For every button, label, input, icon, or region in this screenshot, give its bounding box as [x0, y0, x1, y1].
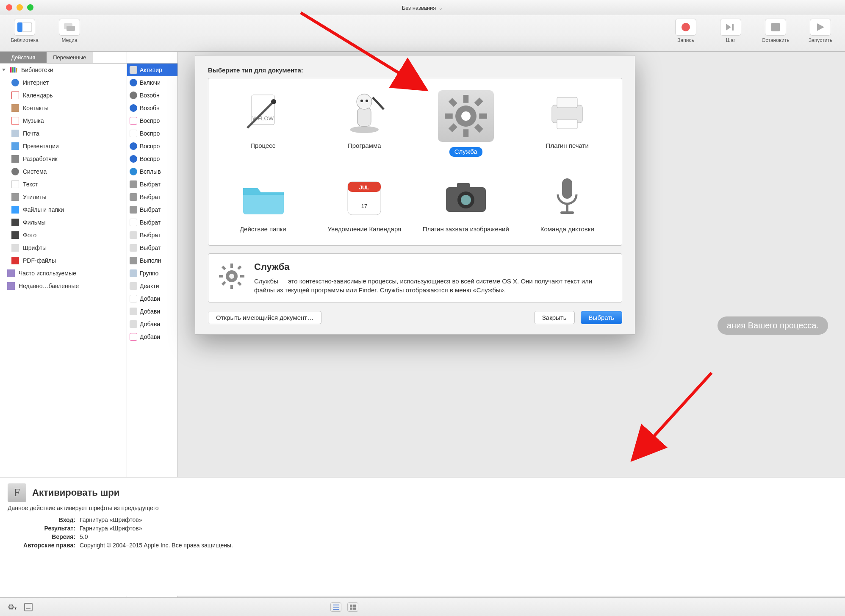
info-description: Данное действие активирует шрифты из пре…	[0, 505, 845, 511]
library-item[interactable]: Фильмы	[0, 216, 127, 229]
action-row[interactable]: Добави	[127, 318, 177, 330]
library-item[interactable]: Разработчик	[0, 153, 127, 165]
svg-marker-4	[726, 24, 731, 31]
library-smart-item[interactable]: Часто используемые	[0, 267, 127, 280]
library-item[interactable]: Фото	[0, 229, 127, 241]
footer-bar: ⚙︎▾	[0, 597, 845, 616]
library-item[interactable]: PDF-файлы	[0, 254, 127, 267]
library-item[interactable]: Почта	[0, 127, 127, 140]
library-smart-item[interactable]: Недавно…бавленные	[0, 280, 127, 292]
action-row[interactable]: Активир	[127, 64, 177, 76]
library-item[interactable]: Шрифты	[0, 241, 127, 254]
svg-rect-17	[350, 608, 352, 610]
zoom-window-icon[interactable]	[27, 4, 33, 11]
run-button[interactable]: Запустить	[802, 19, 839, 43]
canvas-hint: ания Вашего процесса.	[718, 316, 828, 335]
action-row[interactable]: Возобн	[127, 89, 177, 102]
svg-point-30	[461, 111, 471, 121]
action-row[interactable]: Воспро	[127, 127, 177, 140]
svg-rect-8	[10, 67, 12, 73]
library-item[interactable]: Интернет	[0, 76, 127, 89]
action-row[interactable]: Выбрат	[127, 216, 177, 229]
open-existing-button[interactable]: Открыть имеющийся документ…	[208, 311, 321, 324]
svg-rect-57	[219, 275, 223, 277]
close-window-icon[interactable]	[6, 4, 12, 11]
step-icon	[720, 19, 741, 36]
tab-actions[interactable]: Действия	[0, 52, 47, 64]
action-row[interactable]: Выбрат	[127, 178, 177, 191]
library-item[interactable]: Презентации	[0, 140, 127, 153]
svg-rect-52	[560, 211, 574, 214]
stop-icon	[765, 19, 786, 36]
svg-point-25	[357, 94, 372, 109]
chevron-down-icon[interactable]: ⌄	[438, 5, 443, 11]
type-dictation[interactable]: Команда диктовки	[519, 171, 616, 236]
window-title: Без названия⌄	[402, 4, 443, 11]
type-service[interactable]: Служба	[417, 88, 515, 159]
stop-button[interactable]: Остановить	[757, 19, 794, 43]
library-item[interactable]: Утилиты	[0, 191, 127, 203]
action-info-panel: F Активировать шри Данное действие актив…	[0, 477, 845, 596]
action-row[interactable]: Добави	[127, 292, 177, 305]
type-print[interactable]: Плагин печати	[519, 88, 616, 159]
media-button[interactable]: Медиа	[51, 19, 88, 43]
action-row[interactable]: Выполн	[127, 254, 177, 267]
action-row[interactable]: Включи	[127, 76, 177, 89]
minimize-window-icon[interactable]	[17, 4, 23, 11]
library-item[interactable]: Музыка	[0, 114, 127, 127]
library-item[interactable]: Файлы и папки	[0, 203, 127, 216]
svg-rect-1	[17, 22, 22, 32]
desc-body: Службы — это контекстно-зависимые процес…	[254, 277, 613, 294]
action-row[interactable]: Деакти	[127, 280, 177, 292]
action-row[interactable]: Добави	[127, 330, 177, 343]
action-row[interactable]: Выбрат	[127, 229, 177, 241]
library-item[interactable]: Контакты	[0, 102, 127, 114]
library-toggle-button[interactable]: Библиотека	[6, 19, 43, 43]
library-item[interactable]: Календарь	[0, 89, 127, 102]
action-row[interactable]: Выбрат	[127, 203, 177, 216]
action-row[interactable]: Выбрат	[127, 241, 177, 254]
type-app[interactable]: Программа	[316, 88, 413, 159]
svg-rect-56	[230, 285, 233, 289]
svg-rect-60	[237, 281, 242, 286]
view-grid-icon[interactable]	[347, 602, 358, 612]
svg-rect-36	[474, 124, 483, 133]
close-button[interactable]: Закрыть	[534, 311, 575, 324]
action-row[interactable]: Выбрат	[127, 191, 177, 203]
type-process[interactable]: WFLOWПроцесс	[214, 88, 312, 159]
choose-button[interactable]: Выбрать	[581, 311, 622, 324]
tab-variables[interactable]: Переменные	[47, 52, 93, 64]
type-capture[interactable]: Плагин захвата изображений	[417, 171, 515, 236]
svg-rect-41	[557, 119, 577, 129]
action-list[interactable]: АктивирВключиВозобнВозобнВоспроВоспроВос…	[127, 64, 177, 343]
action-row[interactable]: Воспро	[127, 140, 177, 153]
type-folder[interactable]: Действие папки	[214, 171, 312, 236]
svg-point-23	[350, 126, 379, 133]
action-row[interactable]: Воспро	[127, 114, 177, 127]
svg-rect-32	[463, 129, 469, 137]
type-grid: WFLOWПроцессПрограммаСлужбаПлагин печати…	[208, 78, 622, 246]
step-button[interactable]: Шаг	[712, 19, 749, 43]
view-list-icon[interactable]	[330, 602, 341, 612]
type-description: Служба Службы — это контекстно-зависимые…	[208, 253, 622, 302]
layout-icon[interactable]	[24, 603, 33, 611]
svg-rect-12	[333, 605, 339, 605]
library-group-header[interactable]: Библиотеки	[0, 64, 127, 76]
action-row[interactable]: Воспро	[127, 153, 177, 165]
library-item[interactable]: Система	[0, 165, 127, 178]
play-icon	[810, 19, 831, 36]
action-row[interactable]: Возобн	[127, 102, 177, 114]
record-icon	[682, 23, 690, 31]
action-row[interactable]: Всплыв	[127, 165, 177, 178]
svg-rect-35	[449, 98, 457, 107]
svg-rect-24	[357, 108, 371, 126]
action-row[interactable]: Добави	[127, 305, 177, 318]
library-item[interactable]: Текст	[0, 178, 127, 191]
action-row[interactable]: Группо	[127, 267, 177, 280]
type-calendar[interactable]: JUL17Уведомление Календаря	[316, 171, 413, 236]
record-button[interactable]: Запись	[667, 19, 704, 43]
svg-point-54	[229, 274, 234, 279]
gear-icon[interactable]: ⚙︎▾	[8, 602, 17, 612]
disclosure-triangle-icon[interactable]	[2, 69, 6, 71]
svg-rect-15	[350, 605, 352, 607]
